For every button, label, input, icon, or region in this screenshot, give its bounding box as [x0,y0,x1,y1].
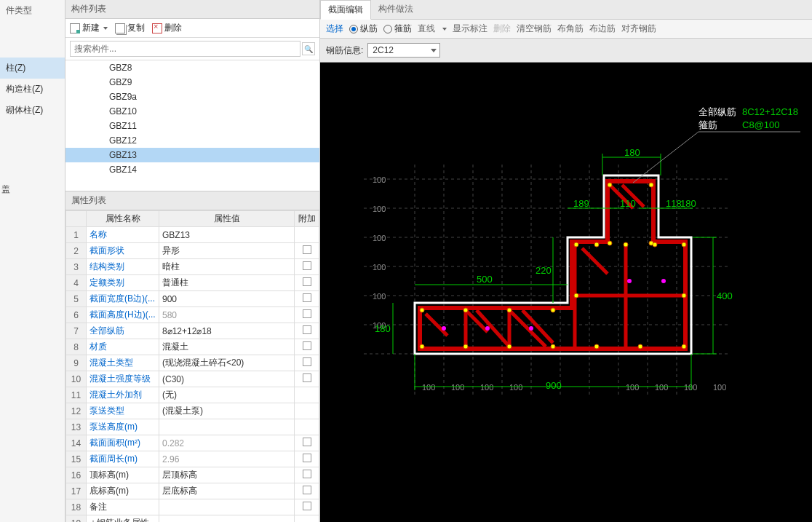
new-icon [70,23,80,33]
property-row[interactable]: 19+钢筋业务属性 [66,515,319,523]
property-row[interactable]: 13泵送高度(m) [66,419,319,435]
col-prop-value: 属性值 [159,211,295,227]
tab-section-edit[interactable]: 截面编辑 [320,0,371,20]
property-row[interactable]: 5截面宽度(B边)(...900 [66,291,319,307]
svg-point-56 [463,308,468,312]
svg-text:100: 100 [509,383,522,392]
align-rebar[interactable]: 对齐钢筋 [621,23,656,35]
svg-text:100: 100 [626,383,639,392]
svg-point-68 [442,326,446,331]
svg-point-60 [463,344,468,349]
component-item[interactable]: GBZ11 [65,119,319,133]
new-button[interactable]: 新建 [70,22,108,34]
component-item[interactable]: GBZ14 [65,162,319,177]
left-item-1[interactable]: 构造柱(Z) [0,79,65,100]
delete-icon [152,23,162,33]
property-row[interactable]: 12泵送类型(混凝土泵) [66,403,319,419]
component-item[interactable]: GBZ10 [65,104,319,119]
component-item[interactable]: GBZ9a [65,90,319,104]
select-tool[interactable]: 选择 [326,23,343,35]
property-row[interactable]: 3结构类别暗柱 [66,259,319,275]
svg-point-44 [608,183,612,187]
component-item[interactable]: GBZ8 [65,60,319,75]
svg-text:100: 100 [451,383,464,392]
svg-point-45 [649,183,653,187]
section-canvas[interactable]: 100100100 100100100 100100100 100100100 … [320,63,812,522]
svg-line-41 [582,248,608,274]
svg-point-63 [594,344,599,349]
svg-text:100: 100 [655,383,668,392]
svg-text:100: 100 [684,383,697,392]
component-item[interactable]: GBZ12 [65,133,319,148]
property-row[interactable]: 17底标高(m)层底标高 [66,483,319,499]
svg-text:100: 100 [373,292,386,301]
left-item-0[interactable]: 柱(Z) [0,58,65,79]
svg-point-57 [507,308,512,312]
svg-point-70 [529,326,533,331]
svg-text:180: 180 [624,147,640,158]
svg-text:箍筋: 箍筋 [698,119,717,130]
stirrup-radio[interactable]: 箍筋 [383,23,412,35]
property-row[interactable]: 8材质混凝土 [66,339,319,355]
svg-text:118: 118 [666,198,682,209]
svg-text:100: 100 [422,383,435,392]
property-row[interactable]: 6截面高度(H边)(...580 [66,307,319,323]
svg-text:全部纵筋: 全部纵筋 [698,106,736,117]
tab-component-method[interactable]: 构件做法 [371,0,421,19]
search-icon[interactable] [302,42,315,55]
chevron-down-icon [442,28,447,31]
chevron-down-icon [103,27,108,30]
rebar-info-label: 钢筋信息: [326,44,363,57]
component-item[interactable]: GBZ13 [65,148,319,162]
search-input[interactable] [70,41,300,57]
svg-text:100: 100 [373,263,386,272]
svg-text:500: 500 [477,274,493,285]
clear-rebar[interactable]: 清空钢筋 [517,23,552,35]
svg-point-51 [624,242,628,247]
svg-text:100: 100 [713,383,726,392]
longi-radio[interactable]: 纵筋 [349,23,378,35]
component-item[interactable]: GBZ9 [65,75,319,90]
svg-text:189: 189 [573,198,589,209]
corner-rebar[interactable]: 布角筋 [557,23,584,35]
property-row[interactable]: 1名称GBZ13 [66,227,319,243]
property-row[interactable]: 14截面面积(m²)0.282 [66,435,319,451]
svg-text:110: 110 [620,198,636,209]
gai-label: 盖 [0,179,65,196]
show-label[interactable]: 显示标注 [453,23,487,35]
svg-text:C8@100: C8@100 [742,119,780,130]
svg-point-52 [653,242,657,247]
line-tool[interactable]: 直线 [418,23,435,35]
svg-point-53 [574,293,578,298]
svg-point-49 [682,242,686,247]
left-item-2[interactable]: 砌体柱(Z) [0,100,65,121]
component-list[interactable]: GBZ8GBZ9GBZ9aGBZ10GBZ11GBZ12GBZ13GBZ14 [65,60,319,191]
svg-text:180: 180 [680,198,696,209]
svg-point-59 [420,344,424,349]
property-row[interactable]: 16顶标高(m)层顶标高 [66,467,319,483]
side-rebar[interactable]: 布边筋 [589,23,616,35]
svg-text:100: 100 [373,234,386,242]
property-list-title: 属性列表 [65,191,319,210]
svg-point-61 [507,344,512,349]
svg-text:100: 100 [373,175,386,184]
svg-text:900: 900 [546,380,562,391]
delete-button[interactable]: 删除 [152,22,182,34]
copy-button[interactable]: 复制 [115,22,145,34]
copy-icon [115,23,125,33]
property-row[interactable]: 15截面周长(m)2.96 [66,451,319,467]
rebar-info-select[interactable]: 2C12 [367,43,440,58]
property-row[interactable]: 7全部纵筋8⌀12+12⌀18 [66,323,319,339]
property-row[interactable]: 4定额类别普通柱 [66,275,319,291]
property-row[interactable]: 18备注 [66,499,319,515]
col-prop-name: 属性名称 [87,211,159,227]
property-row[interactable]: 11混凝土外加剂(无) [66,387,319,403]
col-prop-extra: 附加 [295,211,319,227]
svg-point-55 [420,308,424,312]
property-row[interactable]: 9混凝土类型(现浇混凝土碎石<20) [66,355,319,371]
svg-point-50 [594,242,599,247]
svg-text:220: 220 [536,265,552,276]
property-row[interactable]: 2截面形状异形 [66,243,319,259]
svg-point-64 [638,344,642,349]
property-row[interactable]: 10混凝土强度等级(C30) [66,371,319,387]
